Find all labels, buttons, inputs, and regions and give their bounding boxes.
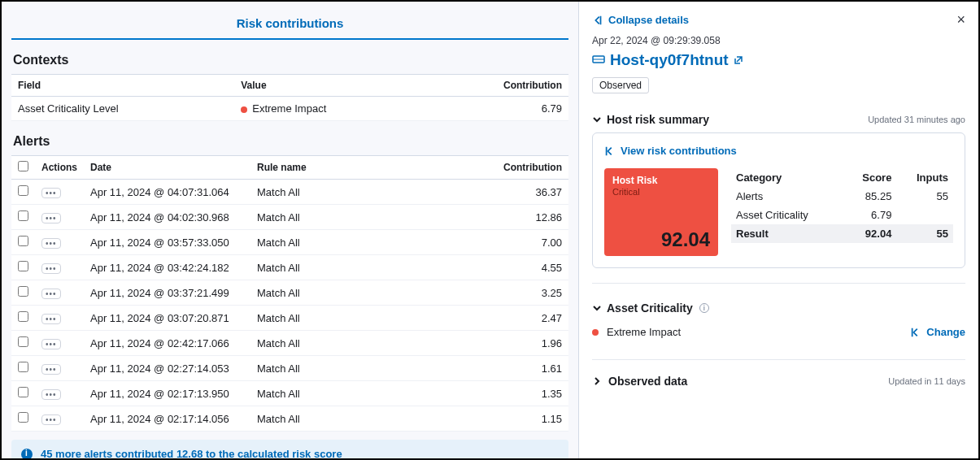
summary-title: Host risk summary (607, 113, 709, 126)
alerts-header-date: Date (84, 156, 250, 180)
host-name-link[interactable]: Host-qy0f7htnut (610, 51, 729, 69)
alert-contribution: 7.00 (399, 230, 568, 255)
alert-row-checkbox[interactable] (18, 412, 28, 423)
alert-date: Apr 11, 2024 @ 02:27:14.053 (84, 356, 250, 381)
alert-actions-menu[interactable]: ••• (41, 414, 61, 425)
view-risk-contributions-button[interactable]: View risk contributions (604, 145, 953, 157)
observed-title: Observed data (608, 375, 687, 388)
alert-date: Apr 11, 2024 @ 03:37:21.499 (84, 280, 250, 306)
alert-actions-menu[interactable]: ••• (41, 364, 61, 375)
alert-contribution: 1.61 (399, 356, 568, 381)
alert-row: •••Apr 11, 2024 @ 02:17:13.950Match All1… (11, 381, 568, 406)
alert-contribution: 12.86 (399, 205, 568, 230)
asset-criticality-toggle[interactable]: Asset Criticality i (592, 295, 965, 321)
collapse-details-button[interactable]: Collapse details (592, 14, 689, 26)
risk-score-box: Host Risk Critical 92.04 (604, 168, 718, 256)
alert-rule: Match All (250, 406, 399, 432)
alert-row: •••Apr 11, 2024 @ 03:42:24.182Match All4… (11, 255, 568, 280)
alert-actions-menu[interactable]: ••• (41, 289, 61, 299)
alert-row-checkbox[interactable] (18, 336, 28, 347)
more-alerts-banner: 45 more alerts contributed 12.68 to the … (11, 440, 568, 458)
host-risk-summary-toggle[interactable]: Host risk summary Updated 31 minutes ago (592, 106, 965, 132)
change-label: Change (926, 326, 965, 338)
alerts-header-actions: Actions (35, 156, 84, 180)
alert-row-checkbox[interactable] (18, 286, 28, 297)
asset-crit-title: Asset Criticality (607, 302, 693, 315)
summary-header-score: Score (843, 168, 897, 187)
contexts-row: Asset Criticality Level Extreme Impact 6… (11, 97, 568, 121)
contexts-heading: Contexts (2, 40, 578, 74)
alert-row: •••Apr 11, 2024 @ 02:42:17.066Match All1… (11, 331, 568, 356)
alert-rule: Match All (250, 381, 399, 406)
info-icon (21, 449, 33, 459)
alert-row: •••Apr 11, 2024 @ 03:57:33.050Match All7… (11, 230, 568, 255)
alert-date: Apr 11, 2024 @ 02:17:14.056 (84, 406, 250, 432)
close-button[interactable]: × (956, 11, 965, 28)
criticality-dot-icon (241, 106, 247, 113)
alert-row-checkbox[interactable] (18, 210, 28, 221)
alert-row-checkbox[interactable] (18, 387, 28, 397)
alerts-heading: Alerts (2, 121, 578, 155)
risk-box-title: Host Risk (612, 175, 710, 186)
alert-rule: Match All (250, 331, 399, 356)
alert-row-checkbox[interactable] (18, 236, 28, 246)
observed-data-toggle[interactable]: Observed data Updated in 11 days (592, 368, 965, 394)
alert-rule: Match All (250, 356, 399, 381)
change-criticality-button[interactable]: Change (910, 326, 965, 338)
alert-date: Apr 11, 2024 @ 04:07:31.064 (84, 180, 250, 205)
alert-rule: Match All (250, 230, 399, 255)
alert-row: •••Apr 11, 2024 @ 02:27:14.053Match All1… (11, 356, 568, 381)
select-all-checkbox[interactable] (18, 161, 28, 171)
risk-box-subtitle: Critical (612, 187, 710, 197)
alert-row-checkbox[interactable] (18, 362, 28, 372)
alert-date: Apr 11, 2024 @ 03:07:20.871 (84, 306, 250, 331)
alert-date: Apr 11, 2024 @ 02:42:17.066 (84, 331, 250, 356)
alert-date: Apr 11, 2024 @ 03:57:33.050 (84, 230, 250, 255)
alert-actions-menu[interactable]: ••• (41, 263, 61, 274)
alert-row: •••Apr 11, 2024 @ 04:07:31.064Match All3… (11, 180, 568, 205)
alert-actions-menu[interactable]: ••• (41, 339, 61, 349)
summary-header-inputs: Inputs (896, 168, 953, 187)
detail-timestamp: Apr 22, 2024 @ 09:29:39.058 (592, 35, 965, 46)
summary-row: Asset Criticality 6.79 (731, 206, 953, 224)
alert-actions-menu[interactable]: ••• (41, 213, 61, 223)
alert-row-checkbox[interactable] (18, 185, 28, 196)
alert-actions-menu[interactable]: ••• (41, 238, 61, 249)
summary-row: Alerts 85.25 55 (731, 187, 953, 206)
more-alerts-link[interactable]: 45 more alerts contributed 12.68 to the … (41, 448, 342, 458)
summary-header-category: Category (731, 168, 843, 187)
alert-rule: Match All (250, 205, 399, 230)
risk-contributions-panel: Risk contributions Contexts Field Value … (2, 2, 579, 458)
alert-actions-menu[interactable]: ••• (41, 314, 61, 324)
alert-contribution: 3.25 (399, 280, 568, 306)
alerts-header-contribution: Contribution (399, 156, 568, 180)
divider (592, 283, 965, 284)
alert-contribution: 2.47 (399, 306, 568, 331)
alert-contribution: 1.15 (399, 406, 568, 432)
details-panel: Collapse details × Apr 22, 2024 @ 09:29:… (579, 2, 978, 458)
risk-contributions-tab[interactable]: Risk contributions (11, 11, 568, 40)
external-link-icon[interactable] (734, 55, 743, 65)
alert-row-checkbox[interactable] (18, 311, 28, 322)
alerts-header-rule: Rule name (250, 156, 399, 180)
asset-crit-value: Extreme Impact (607, 326, 681, 338)
tab-label: Risk contributions (237, 16, 344, 30)
risk-summary-card: View risk contributions Host Risk Critic… (592, 132, 965, 268)
contexts-header-field: Field (11, 75, 234, 97)
alert-row: •••Apr 11, 2024 @ 03:37:21.499Match All3… (11, 280, 568, 306)
chevron-down-icon (592, 115, 600, 124)
info-small-icon[interactable]: i (699, 303, 709, 313)
alert-rule: Match All (250, 255, 399, 280)
alert-row-checkbox[interactable] (18, 261, 28, 271)
alert-contribution: 1.35 (399, 381, 568, 406)
alerts-header-checkbox (11, 156, 35, 180)
alert-rule: Match All (250, 280, 399, 306)
arrow-left-icon (604, 145, 616, 157)
divider (592, 359, 965, 360)
summary-row-result: Result 92.04 55 (731, 224, 953, 243)
alert-date: Apr 11, 2024 @ 03:42:24.182 (84, 255, 250, 280)
alert-actions-menu[interactable]: ••• (41, 188, 61, 198)
alert-date: Apr 11, 2024 @ 02:17:13.950 (84, 381, 250, 406)
collapse-label: Collapse details (608, 14, 689, 26)
alert-actions-menu[interactable]: ••• (41, 389, 61, 400)
